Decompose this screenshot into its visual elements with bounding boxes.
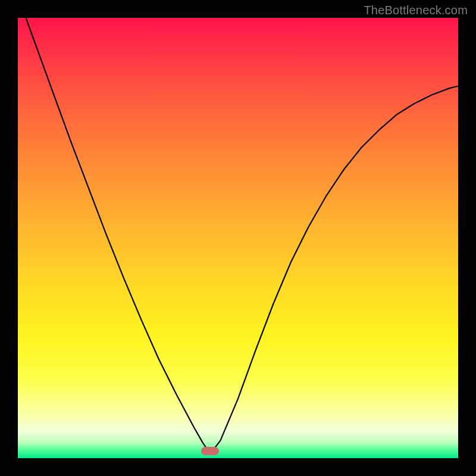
chart-frame: TheBottleneck.com — [0, 0, 476, 476]
bottleneck-curve — [18, 18, 458, 458]
plot-area — [18, 18, 458, 458]
watermark-text: TheBottleneck.com — [364, 4, 468, 17]
optimum-marker — [201, 447, 219, 455]
